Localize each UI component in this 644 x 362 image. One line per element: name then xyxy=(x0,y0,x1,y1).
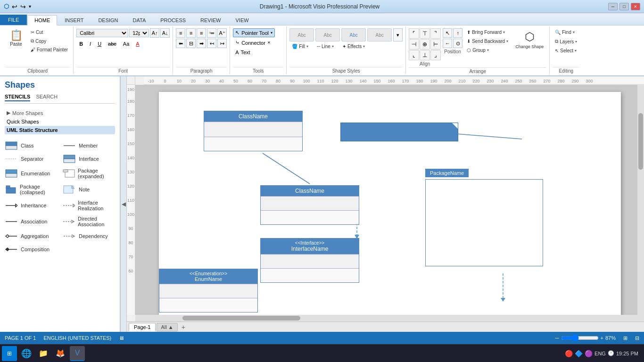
taskbar-chrome-button[interactable]: 🌐 xyxy=(19,346,34,361)
align-left-top-button[interactable]: ≡ xyxy=(176,28,185,38)
shape-item-package-collapsed[interactable]: Package (collapsed) xyxy=(4,182,58,197)
line-button[interactable]: ─ Line ▾ xyxy=(314,42,336,50)
shape-item-dependency[interactable]: Dependency xyxy=(62,230,116,242)
tab-design[interactable]: DESIGN xyxy=(91,15,125,25)
more-shapes-item[interactable]: ▶ More Shapes xyxy=(5,108,115,117)
note-shape-1[interactable] xyxy=(340,123,458,141)
shape-item-package-expanded[interactable]: Package (expanded) xyxy=(62,166,116,181)
tab-home[interactable]: HOME xyxy=(27,15,57,25)
connector-tool-button[interactable]: ⤷ Connector ✕ xyxy=(233,38,273,47)
strikethrough-button[interactable]: abc xyxy=(105,40,119,48)
shape-item-inheritance[interactable]: Inheritance xyxy=(4,198,58,213)
vertical-scroll-track[interactable] xyxy=(637,85,642,315)
horizontal-scroll-track[interactable] xyxy=(135,316,644,321)
horizontal-scrollbar[interactable] xyxy=(135,315,644,321)
align-right-top-button[interactable]: ≡ xyxy=(197,28,206,38)
align-middle-center[interactable]: ⊕ xyxy=(420,39,430,49)
group-button[interactable]: ⬡ Group ▾ xyxy=(464,46,511,54)
align-bottom-center[interactable]: ⊥ xyxy=(420,50,430,60)
fit-page-button[interactable]: ⊞ xyxy=(623,335,627,341)
tab-process[interactable]: PROCESS xyxy=(153,15,193,25)
shape-item-note[interactable]: Note xyxy=(62,182,116,197)
align-top-right[interactable]: ⌝ xyxy=(430,28,441,39)
send-backward-button[interactable]: ⬇ Send Backward ▾ xyxy=(464,37,511,45)
fill-button[interactable]: 🪣 Fill ▾ xyxy=(289,42,311,50)
shape-item-member[interactable]: Member xyxy=(62,140,116,151)
position-tl[interactable]: ↖ xyxy=(443,28,452,38)
shape-item-enumeration[interactable]: Enumeration xyxy=(4,166,58,181)
bullet-list-button[interactable]: ≔ xyxy=(207,28,216,38)
taskbar-browser-button[interactable]: 🦊 xyxy=(53,346,68,361)
text-increase-button[interactable]: A⁺ xyxy=(217,28,227,38)
vertical-scroll-thumb[interactable] xyxy=(638,113,643,170)
uml-static-structure-item[interactable]: UML Static Structure xyxy=(5,126,115,134)
shape-style-4[interactable]: Abc xyxy=(367,28,392,41)
pointer-tool-button[interactable]: ↖ Pointer Tool ▾ xyxy=(233,28,275,37)
tab-data[interactable]: DATA xyxy=(126,15,153,25)
align-top-center[interactable]: ⊤ xyxy=(420,28,430,39)
shape-style-3[interactable]: Abc xyxy=(341,28,366,41)
class-shape-2[interactable]: ClassName xyxy=(260,185,359,225)
align-right-button[interactable]: ➡ xyxy=(197,39,206,48)
format-painter-button[interactable]: 🖌 Format Painter xyxy=(28,46,70,54)
tab-file[interactable]: FILE xyxy=(0,15,27,25)
font-decrease-button[interactable]: A↓ xyxy=(160,28,170,38)
horizontal-scroll-thumb[interactable] xyxy=(182,316,300,321)
shape-item-composition[interactable]: Composition xyxy=(4,244,58,255)
font-size-select[interactable]: 12pt. xyxy=(129,29,149,37)
class-shape-1[interactable]: ClassName xyxy=(204,111,303,151)
shape-style-2[interactable]: Abc xyxy=(315,28,340,41)
interface-shape-1[interactable]: <<Interface>> InterfaceName xyxy=(260,238,359,283)
align-bottom-left[interactable]: ⌞ xyxy=(409,50,419,60)
position-tc[interactable]: ↑ xyxy=(453,28,462,38)
add-page-button[interactable]: + xyxy=(179,322,188,332)
italic-button[interactable]: I xyxy=(87,40,94,48)
canvas-page[interactable]: ClassName ClassName xyxy=(159,92,621,315)
taskbar-visio-button[interactable]: V xyxy=(70,346,85,361)
fit-width-button[interactable]: ⊟ xyxy=(635,335,639,341)
tab-insert[interactable]: INSERT xyxy=(58,15,91,25)
position-ml[interactable]: ← xyxy=(443,39,452,48)
package-shape-1[interactable]: PackageName xyxy=(425,179,543,266)
shape-styles-more[interactable]: ▾ xyxy=(393,28,403,41)
shape-item-association[interactable]: Association xyxy=(4,214,58,229)
enum-shape-1[interactable]: <<Enumeration>> EnumName xyxy=(159,269,258,313)
align-middle-left[interactable]: ⊣ xyxy=(409,39,419,49)
find-button[interactable]: 🔍 Find ▾ xyxy=(553,28,577,36)
position-center[interactable]: ⊙ xyxy=(453,39,462,48)
effects-button[interactable]: ✦ Effects ▾ xyxy=(340,42,367,50)
sidebar-tab-search[interactable]: SEARCH xyxy=(36,94,58,101)
zoom-slider[interactable] xyxy=(561,334,599,342)
indent-decrease-button[interactable]: ↤ xyxy=(207,39,216,48)
underline-button[interactable]: U xyxy=(95,40,104,48)
shape-item-aggregation[interactable]: Aggregation xyxy=(4,230,58,242)
taskbar-file-explorer-button[interactable]: 📁 xyxy=(36,346,51,361)
text-tool-button[interactable]: A Text xyxy=(233,48,253,57)
minimize-button[interactable]: ─ xyxy=(608,3,618,10)
close-button[interactable]: ✕ xyxy=(631,3,640,10)
shape-style-1[interactable]: Abc xyxy=(289,28,314,41)
bring-forward-button[interactable]: ⬆ Bring Forward ▾ xyxy=(464,28,511,36)
tab-view[interactable]: VIEW xyxy=(228,15,256,25)
font-color-button[interactable]: A xyxy=(133,40,142,48)
align-middle-right[interactable]: ⊢ xyxy=(430,39,441,49)
shape-item-interface-realization[interactable]: Interface Realization xyxy=(62,198,116,213)
sidebar-tab-stencils[interactable]: STENCILS xyxy=(5,94,30,101)
bold-button[interactable]: B xyxy=(76,40,86,48)
connector-dropdown-icon[interactable]: ✕ xyxy=(267,41,271,45)
align-top-left[interactable]: ⌜ xyxy=(409,28,419,39)
align-center-button[interactable]: ⊟ xyxy=(186,39,196,48)
zoom-out-icon[interactable]: ─ xyxy=(555,335,559,341)
pointer-dropdown-icon[interactable]: ▾ xyxy=(271,31,272,35)
quick-access-redo[interactable]: ↪ xyxy=(20,3,26,10)
quick-access-undo[interactable]: ↩ xyxy=(12,3,17,10)
vertical-scrollbar[interactable] xyxy=(637,85,644,315)
shape-item-interface[interactable]: Interface xyxy=(62,153,116,165)
sidebar-collapse-button[interactable]: ◀ xyxy=(120,76,127,332)
maximize-button[interactable]: □ xyxy=(619,3,629,10)
cut-button[interactable]: ✂ Cut xyxy=(28,28,70,36)
diagram-canvas[interactable]: ClassName ClassName xyxy=(135,85,644,315)
change-case-button[interactable]: Aa xyxy=(120,40,132,48)
page-tab-1[interactable]: Page-1 xyxy=(129,323,156,331)
tab-review[interactable]: REVIEW xyxy=(193,15,228,25)
